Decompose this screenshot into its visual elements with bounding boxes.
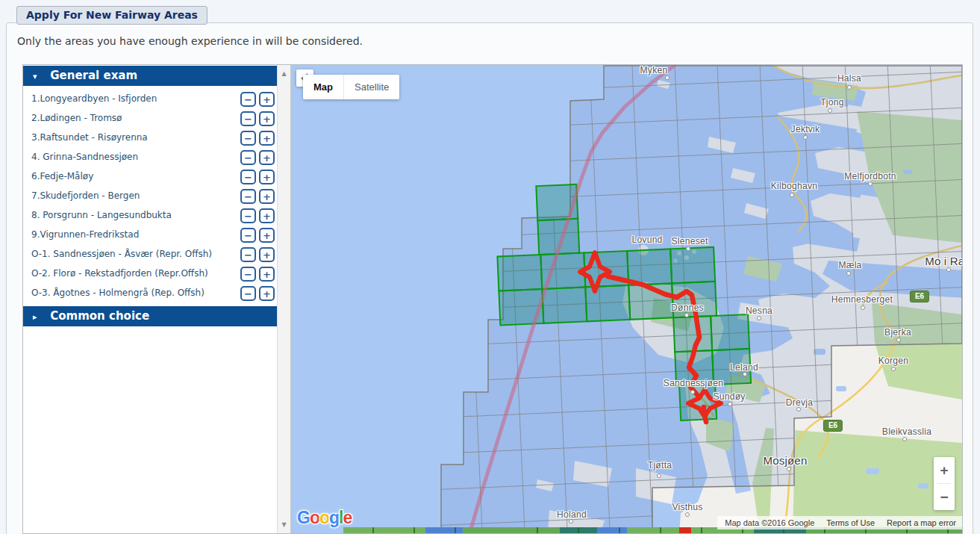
place-marker-dot [728, 402, 732, 406]
fairway-item: 7.Skudefjorden - Bergen−+ [23, 187, 277, 206]
place-marker-dot [803, 135, 808, 140]
map-type-control: Map Satellite [303, 75, 399, 99]
map-place-label: Jektvik [791, 124, 820, 134]
decrease-button[interactable]: − [240, 286, 256, 301]
terms-of-use-link[interactable]: Terms of Use [826, 518, 875, 527]
place-marker-dot [684, 313, 689, 317]
map-place-label: Melfjordbotn [844, 171, 896, 181]
map-place-label: Bjerka [884, 327, 911, 338]
increase-button[interactable]: + [259, 228, 275, 243]
decrease-button[interactable]: − [240, 189, 256, 204]
fairway-item: 3.Raftsundet - Risøyrenna−+ [23, 128, 277, 148]
place-marker-dot [686, 246, 690, 251]
increase-button[interactable]: + [259, 131, 275, 146]
map-place-label: Korgen [878, 356, 909, 366]
map-place-label: Myken [640, 65, 668, 75]
fairway-item-label: 4. Grinna-Sandnessjøen [31, 152, 138, 162]
tab-satellite[interactable]: Satellite [344, 75, 399, 99]
map-place-label: Dønnes [671, 302, 704, 313]
fairway-item-label: 8. Porsgrunn - Langesundbukta [31, 210, 172, 220]
google-logo-letter: g [329, 508, 339, 527]
map-canvas[interactable]: MykenHalsaTjongJektvikKilboghavnMelfjord… [291, 65, 962, 533]
fairway-item-label: 2.Lødingen - Tromsø [31, 113, 122, 123]
map-place-label: Lovund [631, 235, 662, 245]
fairway-item-label: O-1. Sandnessjøen - Åsvær (Repr. Offsh) [31, 249, 212, 259]
page-subtitle: Only the areas you have enough experienc… [17, 35, 363, 47]
map-place-label: Bleikvasslia [882, 426, 931, 437]
fairway-item: 8. Porsgrunn - Langesundbukta−+ [23, 206, 277, 226]
common-choice-header[interactable]: ▸ Common choice [23, 306, 277, 326]
fairway-list: 1.Longyeardbyen - Isfjorden−+2.Lødingen … [23, 90, 277, 303]
increase-button[interactable]: + [259, 92, 275, 107]
caret-down-icon: ▾ [33, 66, 46, 87]
place-marker-dot [828, 108, 832, 113]
map-attribution: Map data ©2016 Google Terms of Use Repor… [717, 516, 962, 530]
place-marker-dot [946, 267, 951, 272]
place-marker-dot [846, 271, 851, 276]
increase-button[interactable]: + [259, 189, 275, 204]
map-place-label: Mæla [838, 260, 861, 270]
road-badge: E6 [823, 420, 843, 432]
place-marker-dot [902, 437, 907, 441]
scroll-up-icon[interactable]: ▲ [278, 67, 290, 80]
map-place-label: Sleneset [671, 236, 708, 246]
decrease-button[interactable]: − [240, 170, 256, 184]
general-exam-label: General exam [50, 69, 137, 82]
map-place-label: Hemnesberget [831, 294, 893, 305]
decrease-button[interactable]: − [240, 267, 256, 282]
place-marker-dot [685, 512, 690, 517]
increase-button[interactable]: + [259, 267, 275, 282]
place-marker-dot [787, 467, 791, 471]
map-place-label: Visthus [672, 502, 702, 512]
increase-button[interactable]: + [259, 150, 275, 165]
apply-fairway-page: Apply For New Fairway Areas Only the are… [0, 0, 980, 534]
fairway-item-label: 6.Fedje-Måløy [31, 171, 93, 181]
zoom-in-button[interactable]: + [934, 457, 955, 483]
decrease-button[interactable]: − [240, 208, 256, 223]
fairway-item: O-1. Sandnessjøen - Åsvær (Repr. Offsh)−… [23, 245, 277, 264]
increase-button[interactable]: + [259, 208, 275, 223]
decrease-button[interactable]: − [240, 111, 256, 126]
increase-button[interactable]: + [259, 111, 275, 126]
decrease-button[interactable]: − [240, 247, 256, 262]
place-marker-dot [891, 367, 896, 371]
increase-button[interactable]: + [259, 286, 275, 301]
scroll-down-icon[interactable]: ▼ [278, 518, 290, 531]
map-place-label: Mo i Ran [925, 255, 962, 267]
decrease-button[interactable]: − [240, 131, 256, 146]
google-logo-letter: o [310, 508, 319, 527]
map-place-label: Drevja [786, 397, 813, 408]
fairway-item: 4. Grinna-Sandnessjøen−+ [23, 148, 277, 167]
place-marker-dot [743, 372, 747, 376]
place-marker-dot [868, 181, 873, 186]
map-place-label: Tjong [820, 97, 844, 108]
map-place-label: Tjøtta [648, 460, 672, 471]
map-place-label: Sandnessjøen [664, 378, 723, 388]
fairway-item-label: O-3. Ågotnes - Holmengrå (Rep. Offsh) [31, 288, 205, 298]
tab-map[interactable]: Map [303, 75, 344, 99]
page-title: Apply For New Fairway Areas [16, 6, 207, 25]
place-marker-dot [657, 474, 661, 478]
decrease-button[interactable]: − [240, 92, 256, 107]
zoom-out-button[interactable]: − [934, 484, 955, 510]
fairway-item-label: O-2. Florø - Rekstadfjorden (Repr.Offsh) [31, 268, 208, 279]
caret-right-icon: ▸ [33, 307, 46, 327]
fairway-item-label: 9.Vigrunnen-Fredrikstad [31, 229, 139, 240]
decrease-button[interactable]: − [240, 150, 256, 165]
sidebar-scrollbar[interactable]: ▲ ▼ [277, 65, 291, 533]
map-place-label: Halsa [837, 73, 861, 84]
decrease-button[interactable]: − [240, 228, 256, 243]
fairway-item: 1.Longyeardbyen - Isfjorden−+ [23, 90, 277, 109]
place-marker-dot [790, 193, 794, 197]
general-exam-header[interactable]: ▾ General exam [23, 66, 277, 86]
fairway-item: 9.Vigrunnen-Fredrikstad−+ [23, 226, 277, 245]
map-place-label: Mosjøen [764, 454, 808, 467]
increase-button[interactable]: + [259, 247, 275, 262]
google-logo-letter: o [319, 508, 329, 527]
report-map-error-link[interactable]: Report a map error [887, 518, 956, 527]
increase-button[interactable]: + [259, 170, 275, 184]
google-logo-letter: e [343, 508, 352, 527]
google-logo[interactable]: Google [297, 508, 352, 528]
fairway-item-label: 7.Skudefjorden - Bergen [31, 190, 140, 201]
map-place-label: Holand [557, 509, 587, 520]
